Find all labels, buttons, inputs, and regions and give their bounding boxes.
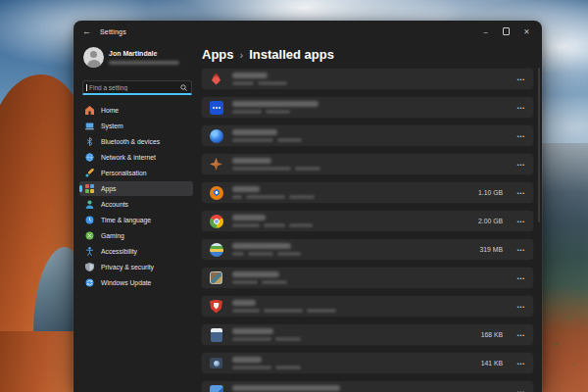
app-name-redacted	[232, 328, 273, 334]
more-options-button[interactable]: •••	[512, 190, 525, 196]
sidebar-nav: HomeSystemBluetooth & devicesNetwork & i…	[74, 103, 199, 291]
app-row: 1.10 GB•••	[201, 181, 534, 204]
sidebar-item-time-language[interactable]: Time & language	[79, 213, 193, 227]
app-row: •••	[201, 267, 534, 289]
more-options-button[interactable]: •••	[512, 304, 525, 310]
search-box[interactable]	[82, 80, 192, 95]
app-text	[232, 73, 287, 85]
more-options-button[interactable]: •••	[512, 361, 525, 367]
app-name-redacted	[232, 129, 277, 135]
scrollbar[interactable]	[538, 68, 540, 222]
more-options-button[interactable]: •••	[512, 389, 525, 392]
sidebar-item-bluetooth-devices[interactable]: Bluetooth & devices	[79, 134, 193, 149]
close-button[interactable]: ✕	[516, 21, 537, 42]
sidebar-item-label: Accessibility	[101, 248, 137, 255]
avatar	[83, 47, 104, 68]
app-text	[232, 101, 318, 114]
minimize-button[interactable]: –	[475, 21, 496, 42]
sidebar-item-accessibility[interactable]: Accessibility	[79, 244, 193, 259]
app-subtitle	[232, 81, 287, 86]
chevron-right-icon: ›	[240, 48, 244, 61]
windows-update-icon	[85, 278, 94, 287]
app-subtitle	[232, 223, 313, 228]
sidebar-item-accounts[interactable]: Accounts	[79, 197, 193, 212]
app-subtitle	[232, 280, 287, 285]
app-subtitle-redacted	[277, 252, 301, 257]
profile-email-redacted	[109, 61, 179, 66]
app-icon-slot	[209, 214, 223, 228]
more-options-button[interactable]: •••	[512, 275, 525, 281]
search-icon[interactable]	[180, 84, 187, 91]
app-row-actions: •••	[512, 133, 533, 139]
search-input[interactable]	[87, 84, 180, 91]
app-name-redacted	[232, 271, 279, 277]
app-subtitle	[232, 337, 301, 342]
app-row: •••	[201, 68, 534, 90]
app-text	[232, 129, 302, 142]
more-options-button[interactable]: •••	[512, 133, 525, 139]
blender-app-icon	[210, 186, 223, 200]
app-subtitle-redacted	[307, 309, 336, 314]
app-subtitle-redacted	[232, 110, 262, 115]
profile-text: Jon Martindale	[109, 50, 179, 66]
app-subtitle-redacted	[246, 195, 285, 200]
sidebar-item-network-internet[interactable]: Network & internet	[79, 150, 193, 165]
app-row-actions: •••	[512, 76, 533, 82]
app-icon-slot	[209, 185, 223, 200]
app-subtitle-redacted	[232, 223, 260, 228]
more-options-button[interactable]: •••	[512, 105, 525, 111]
app-icon-slot	[209, 242, 223, 257]
more-options-button[interactable]: •••	[512, 247, 525, 253]
app-row-actions: 168 KB•••	[481, 331, 533, 338]
maximize-icon	[503, 27, 511, 35]
app-subtitle-redacted	[248, 252, 273, 257]
titlebar[interactable]: ← Settings – ✕	[74, 21, 542, 42]
earth-app-icon	[210, 243, 223, 257]
home-icon	[85, 106, 94, 115]
sidebar-item-windows-update[interactable]: Windows Update	[79, 275, 193, 290]
app-subtitle-redacted	[264, 309, 303, 314]
app-icon-slot	[209, 270, 223, 285]
app-size: 168 KB	[481, 331, 503, 338]
breadcrumb-current: Installed apps	[249, 47, 334, 62]
app-row-actions: 141 KB•••	[481, 360, 533, 367]
app-text	[232, 271, 287, 284]
app-icon-slot	[209, 299, 223, 314]
sidebar-item-gaming[interactable]: Gaming	[79, 228, 193, 243]
more-options-button[interactable]: •••	[512, 219, 525, 224]
calculator-app-icon	[211, 328, 222, 342]
more-options-button[interactable]: •••	[512, 162, 525, 168]
profile[interactable]: Jon Martindale	[83, 47, 179, 68]
back-button[interactable]: ←	[82, 27, 91, 36]
breadcrumb-apps[interactable]: Apps	[202, 47, 234, 62]
app-text	[232, 328, 301, 341]
more-options-button[interactable]: •••	[512, 332, 525, 338]
app-text	[232, 243, 301, 256]
app-subtitle-redacted	[295, 167, 320, 172]
sidebar-item-personalisation[interactable]: Personalisation	[79, 166, 193, 180]
flame-app-icon	[212, 74, 220, 85]
red-shield-app-icon	[210, 300, 222, 314]
sidebar-item-label: Gaming	[101, 232, 124, 239]
app-name-redacted	[232, 215, 266, 220]
sidebar-item-label: Apps	[101, 185, 117, 192]
more-options-button[interactable]: •••	[512, 76, 525, 82]
app-row-actions: •••	[512, 162, 533, 168]
sidebar-item-privacy-security[interactable]: Privacy & security	[79, 260, 193, 274]
app-name-redacted	[232, 158, 271, 164]
app-icon-slot	[209, 327, 223, 342]
app-subtitle-redacted	[232, 337, 271, 342]
app-subtitle-redacted	[258, 81, 287, 86]
sidebar-item-apps[interactable]: Apps	[79, 181, 193, 196]
chrome-colour-app-icon	[210, 215, 223, 228]
maximize-button[interactable]	[496, 21, 516, 42]
personalisation-icon	[85, 169, 94, 177]
app-subtitle-redacted	[232, 81, 254, 86]
sidebar-item-home[interactable]: Home	[79, 103, 193, 118]
accounts-icon	[85, 200, 94, 209]
sidebar-item-system[interactable]: System	[79, 119, 193, 133]
window-controls: – ✕	[475, 21, 542, 42]
privacy-security-icon	[85, 263, 94, 271]
camera-app-icon	[210, 358, 222, 368]
app-icon-slot	[209, 157, 223, 172]
